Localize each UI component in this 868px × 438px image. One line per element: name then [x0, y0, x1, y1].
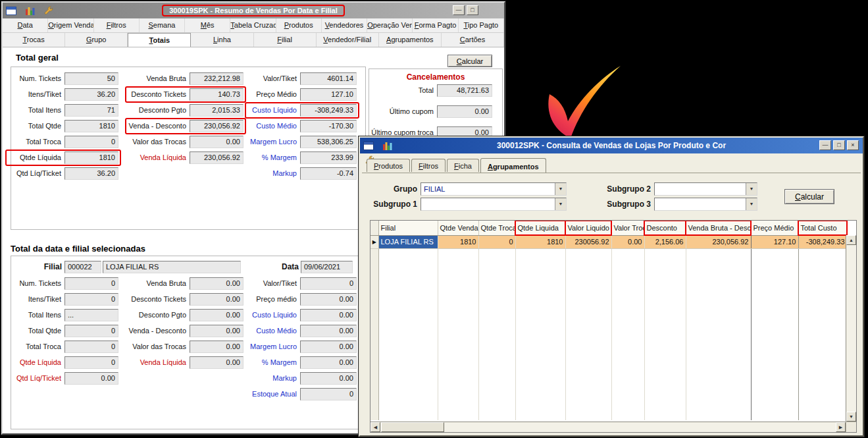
cell-qtde-troca[interactable]: 0 [478, 235, 515, 248]
chevron-down-icon[interactable]: ▼ [746, 183, 757, 195]
menu-produtos[interactable]: Produtos [276, 18, 322, 32]
cell-valor-liquido[interactable]: 230056.92 [565, 235, 611, 248]
filial-code-field[interactable]: 000022 [64, 261, 101, 273]
tab-produtos[interactable]: Produtos [367, 159, 410, 172]
scroll-right-icon[interactable]: ▶ [836, 422, 846, 432]
col-venda-bruta-desc[interactable]: Venda Bruta - Desc. [686, 221, 751, 235]
wrench-icon[interactable] [44, 6, 53, 15]
tab-agrupamentos[interactable]: Agrupamentos [480, 158, 546, 173]
scroll-left-icon[interactable]: ◀ [370, 422, 380, 432]
tab-filtros[interactable]: Filtros [411, 159, 446, 172]
field-value[interactable]: 230,056.92 [190, 120, 243, 132]
scroll-down-icon[interactable]: ▼ [846, 412, 856, 422]
menu-vendedores[interactable]: Vendedores [322, 18, 367, 32]
field-value[interactable]: 0.00 [190, 309, 243, 321]
scrollbar-thumb[interactable] [381, 422, 444, 432]
maximize-button[interactable]: □ [833, 140, 845, 150]
field-value[interactable]: 0 [64, 325, 118, 337]
chevron-down-icon[interactable]: ▼ [555, 183, 566, 195]
field-value[interactable]: 48,721.63 [437, 84, 492, 97]
field-value[interactable]: 0.00 [190, 293, 243, 306]
field-value[interactable]: 36.20 [64, 167, 118, 180]
field-value[interactable]: ... [64, 309, 118, 321]
report-window-icon[interactable] [363, 142, 374, 150]
menu-origem-venda[interactable]: Origem Venda [48, 18, 93, 32]
menu-forma-pagto[interactable]: Forma Pagto [413, 18, 458, 32]
col-qtde-venda[interactable]: Qtde Venda [438, 221, 478, 235]
cell-total-custo[interactable]: -308,249.33 [798, 235, 847, 248]
chevron-down-icon[interactable]: ▼ [746, 198, 757, 210]
field-value[interactable]: 140.73 [190, 88, 243, 101]
col-valor-liquido[interactable]: Valor Liquido [565, 221, 611, 235]
cell-desconto[interactable]: 2,156.06 [644, 235, 686, 248]
subgrupo3-dropdown[interactable]: ▼ [654, 198, 757, 211]
vertical-scrollbar[interactable]: ▲ ▼ [846, 235, 856, 422]
field-value[interactable]: 0.00 [300, 293, 357, 306]
columns-chart-icon[interactable] [26, 7, 35, 15]
field-value[interactable]: 0.00 [190, 325, 243, 337]
field-value[interactable]: 1810 [64, 151, 118, 164]
scroll-up-icon[interactable]: ▲ [846, 235, 856, 245]
field-value[interactable]: 0 [300, 277, 357, 290]
field-value[interactable]: 0.00 [190, 341, 243, 353]
field-value[interactable]: 50 [64, 72, 118, 85]
field-value[interactable]: 538,306.25 [300, 136, 357, 148]
field-value[interactable]: 0.00 [64, 372, 118, 385]
menu-semana[interactable]: Semana [140, 18, 185, 32]
field-value[interactable]: -0.74 [300, 167, 357, 180]
data-field[interactable]: 09/06/2021 [301, 261, 353, 273]
field-value[interactable]: 0.00 [300, 372, 357, 385]
menu-tabela-cruzada[interactable]: Tabela Cruzada [230, 18, 276, 32]
calcular-button[interactable]: Calcular [447, 55, 492, 67]
col-qtde-troca[interactable]: Qtde Troca [478, 221, 515, 235]
field-value[interactable]: 0.00 [437, 105, 492, 118]
field-value[interactable]: -308,249.33 [300, 104, 357, 117]
field-value[interactable]: 233.99 [300, 151, 357, 164]
cell-qtde-liquida[interactable]: 1810 [515, 235, 565, 248]
cell-venda-bruta-desc[interactable]: 230,056.92 [686, 235, 751, 248]
cell-qtde-venda[interactable]: 1810 [438, 235, 478, 248]
tab-trocas[interactable]: Trocas [3, 33, 65, 47]
field-value[interactable]: -170.30 [300, 120, 357, 132]
menu-tipo-pagto[interactable]: Tipo Pagto [459, 18, 504, 32]
field-value[interactable]: 0.00 [300, 356, 357, 369]
col-preco-medio[interactable]: Preço Médio [751, 221, 798, 235]
report-window-icon[interactable] [6, 7, 16, 15]
field-value[interactable]: 127.10 [300, 88, 357, 101]
tab-filial[interactable]: Filial [254, 33, 317, 47]
field-value[interactable]: 0.00 [190, 277, 243, 290]
field-value[interactable]: 2,015.33 [190, 104, 243, 117]
tab-totais[interactable]: Totais [128, 33, 191, 47]
subgrupo1-dropdown[interactable]: ▼ [421, 198, 567, 211]
calcular-button[interactable]: Calcular [784, 189, 834, 204]
menu-operacao-venda[interactable]: Operação Venda [367, 18, 413, 32]
field-value[interactable]: 232,212.98 [190, 72, 243, 85]
menu-data[interactable]: Data [3, 18, 48, 32]
field-value[interactable]: 230,056.92 [190, 151, 243, 164]
field-value[interactable]: 0 [64, 293, 118, 306]
menu-mes[interactable]: Mês [185, 18, 230, 32]
minimize-button[interactable]: — [453, 5, 465, 15]
field-value[interactable]: 0 [64, 356, 118, 369]
tab-cartoes[interactable]: Cartões [442, 33, 504, 47]
col-qtde-liquida[interactable]: Qtde Liquida [515, 221, 565, 235]
field-value[interactable]: 0.00 [190, 136, 243, 148]
field-value[interactable]: 0.00 [190, 356, 243, 369]
tab-vendedor-filial[interactable]: Vendedor/Filial [317, 33, 379, 47]
columns-chart-icon[interactable] [383, 142, 392, 150]
filial-name-field[interactable]: LOJA FILIAL RS [103, 261, 241, 273]
field-value[interactable]: 0 [300, 388, 357, 400]
field-value[interactable]: 1810 [64, 120, 118, 132]
cell-filial[interactable]: LOJA FILIAL RS [378, 235, 438, 248]
col-filial[interactable]: Filial [378, 221, 438, 235]
col-total-custo[interactable]: Total Custo [798, 221, 847, 235]
subgrupo2-dropdown[interactable]: ▼ [654, 182, 757, 196]
horizontal-scrollbar[interactable]: ◀ ▶ [370, 422, 846, 432]
cell-valor-troca[interactable]: 0.00 [611, 235, 644, 248]
tab-agrupamentos[interactable]: Agrupamentos [379, 33, 442, 47]
field-value[interactable]: 4601.14 [300, 72, 357, 85]
grupo-dropdown[interactable]: FILIAL ▼ [421, 182, 567, 196]
field-value[interactable]: 0 [64, 136, 118, 148]
minimize-button[interactable]: — [819, 140, 831, 150]
field-value[interactable]: 0 [64, 277, 118, 290]
